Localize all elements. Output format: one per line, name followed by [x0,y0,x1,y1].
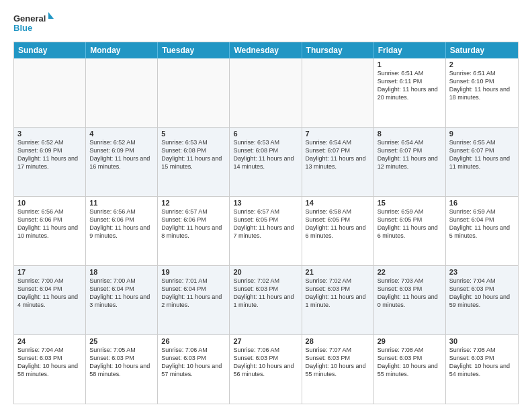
day-number: 24 [17,337,82,345]
day-info: Sunrise: 6:55 AMSunset: 6:07 PMDaylight:… [449,138,515,171]
calendar-cell-empty [86,58,158,127]
day-number: 8 [378,130,442,138]
day-info: Sunrise: 6:59 AMSunset: 6:05 PMDaylight:… [378,208,442,240]
day-info: Sunrise: 6:57 AMSunset: 6:06 PMDaylight:… [161,208,226,240]
day-info: Sunrise: 7:02 AMSunset: 6:03 PMDaylight:… [233,277,298,310]
calendar-cell-day-19: 19Sunrise: 7:01 AMSunset: 6:04 PMDayligh… [158,266,230,334]
calendar-cell-day-11: 11Sunrise: 6:56 AMSunset: 6:06 PMDayligh… [86,197,158,265]
calendar-row-3: 17Sunrise: 7:00 AMSunset: 6:04 PMDayligh… [14,265,518,334]
day-number: 12 [161,199,226,207]
day-number: 9 [449,130,515,138]
day-number: 15 [378,199,442,207]
day-number: 13 [233,199,298,207]
calendar-cell-day-22: 22Sunrise: 7:03 AMSunset: 6:03 PMDayligh… [374,266,446,334]
day-info: Sunrise: 6:57 AMSunset: 6:05 PMDaylight:… [233,208,298,240]
calendar-cell-day-10: 10Sunrise: 6:56 AMSunset: 6:06 PMDayligh… [14,197,86,265]
day-number: 10 [17,199,82,207]
logo-svg: General Blue [13,11,54,35]
calendar-cell-day-29: 29Sunrise: 7:08 AMSunset: 6:03 PMDayligh… [374,335,446,404]
day-number: 25 [89,337,154,345]
calendar-cell-day-30: 30Sunrise: 7:08 AMSunset: 6:03 PMDayligh… [446,335,518,404]
calendar-cell-day-8: 8Sunrise: 6:54 AMSunset: 6:07 PMDaylight… [374,128,446,196]
day-info: Sunrise: 7:07 AMSunset: 6:03 PMDaylight:… [306,346,370,379]
day-number: 1 [378,60,442,68]
day-number: 6 [233,130,298,138]
calendar-cell-day-7: 7Sunrise: 6:54 AMSunset: 6:07 PMDaylight… [302,128,374,196]
calendar-cell-day-15: 15Sunrise: 6:59 AMSunset: 6:05 PMDayligh… [374,197,446,265]
calendar-cell-empty [158,58,230,127]
calendar-body: 1Sunrise: 6:51 AMSunset: 6:11 PMDaylight… [14,58,518,404]
day-info: Sunrise: 7:03 AMSunset: 6:03 PMDaylight:… [378,277,442,310]
day-number: 18 [89,268,154,276]
calendar-cell-day-27: 27Sunrise: 7:06 AMSunset: 6:03 PMDayligh… [230,335,302,404]
calendar: SundayMondayTuesdayWednesdayThursdayFrid… [13,42,519,404]
calendar-cell-day-16: 16Sunrise: 6:59 AMSunset: 6:04 PMDayligh… [446,197,518,265]
calendar-row-0: 1Sunrise: 6:51 AMSunset: 6:11 PMDaylight… [14,58,518,127]
calendar-cell-day-21: 21Sunrise: 7:02 AMSunset: 6:03 PMDayligh… [302,266,374,334]
header-day-tuesday: Tuesday [158,42,230,58]
day-number: 4 [89,130,154,138]
calendar-cell-empty [230,58,302,127]
calendar-row-2: 10Sunrise: 6:56 AMSunset: 6:06 PMDayligh… [14,196,518,265]
calendar-cell-day-26: 26Sunrise: 7:06 AMSunset: 6:03 PMDayligh… [158,335,230,404]
day-number: 2 [449,60,515,68]
day-number: 11 [89,199,154,207]
calendar-cell-day-28: 28Sunrise: 7:07 AMSunset: 6:03 PMDayligh… [302,335,374,404]
day-number: 3 [17,130,82,138]
day-info: Sunrise: 7:00 AMSunset: 6:04 PMDaylight:… [17,277,82,310]
calendar-cell-day-20: 20Sunrise: 7:02 AMSunset: 6:03 PMDayligh… [230,266,302,334]
logo: General Blue [13,11,54,35]
day-number: 28 [306,337,370,345]
day-number: 21 [306,268,370,276]
calendar-cell-day-17: 17Sunrise: 7:00 AMSunset: 6:04 PMDayligh… [14,266,86,334]
header-day-friday: Friday [374,42,446,58]
day-info: Sunrise: 6:51 AMSunset: 6:11 PMDaylight:… [378,69,442,102]
calendar-cell-day-14: 14Sunrise: 6:58 AMSunset: 6:05 PMDayligh… [302,197,374,265]
calendar-cell-day-3: 3Sunrise: 6:52 AMSunset: 6:09 PMDaylight… [14,128,86,196]
day-info: Sunrise: 6:52 AMSunset: 6:09 PMDaylight:… [89,138,154,171]
day-number: 22 [378,268,442,276]
day-info: Sunrise: 7:04 AMSunset: 6:03 PMDaylight:… [449,277,515,310]
day-number: 5 [161,130,226,138]
day-number: 29 [378,337,442,345]
calendar-row-4: 24Sunrise: 7:04 AMSunset: 6:03 PMDayligh… [14,334,518,404]
calendar-cell-day-25: 25Sunrise: 7:05 AMSunset: 6:03 PMDayligh… [86,335,158,404]
day-number: 19 [161,268,226,276]
calendar-cell-day-12: 12Sunrise: 6:57 AMSunset: 6:06 PMDayligh… [158,197,230,265]
day-number: 26 [161,337,226,345]
day-info: Sunrise: 7:01 AMSunset: 6:04 PMDaylight:… [161,277,226,310]
day-info: Sunrise: 7:02 AMSunset: 6:03 PMDaylight:… [306,277,370,310]
calendar-cell-day-1: 1Sunrise: 6:51 AMSunset: 6:11 PMDaylight… [374,58,446,127]
calendar-cell-day-5: 5Sunrise: 6:53 AMSunset: 6:08 PMDaylight… [158,128,230,196]
day-info: Sunrise: 7:06 AMSunset: 6:03 PMDaylight:… [233,346,298,379]
calendar-cell-empty [302,58,374,127]
day-info: Sunrise: 6:53 AMSunset: 6:08 PMDaylight:… [233,138,298,171]
calendar-cell-day-6: 6Sunrise: 6:53 AMSunset: 6:08 PMDaylight… [230,128,302,196]
day-info: Sunrise: 6:54 AMSunset: 6:07 PMDaylight:… [306,138,370,171]
calendar-row-1: 3Sunrise: 6:52 AMSunset: 6:09 PMDaylight… [14,127,518,196]
day-info: Sunrise: 6:56 AMSunset: 6:06 PMDaylight:… [89,208,154,240]
calendar-cell-day-4: 4Sunrise: 6:52 AMSunset: 6:09 PMDaylight… [86,128,158,196]
day-info: Sunrise: 7:00 AMSunset: 6:04 PMDaylight:… [89,277,154,310]
calendar-header: SundayMondayTuesdayWednesdayThursdayFrid… [14,42,518,58]
header-day-wednesday: Wednesday [230,42,302,58]
calendar-cell-day-24: 24Sunrise: 7:04 AMSunset: 6:03 PMDayligh… [14,335,86,404]
header-day-monday: Monday [86,42,158,58]
day-number: 17 [17,268,82,276]
calendar-cell-day-23: 23Sunrise: 7:04 AMSunset: 6:03 PMDayligh… [446,266,518,334]
day-info: Sunrise: 7:04 AMSunset: 6:03 PMDaylight:… [17,346,82,379]
day-number: 16 [449,199,515,207]
calendar-cell-day-18: 18Sunrise: 7:00 AMSunset: 6:04 PMDayligh… [86,266,158,334]
day-number: 30 [449,337,515,345]
day-info: Sunrise: 6:56 AMSunset: 6:06 PMDaylight:… [17,208,82,240]
header-day-sunday: Sunday [14,42,86,58]
svg-marker-2 [48,12,54,19]
day-info: Sunrise: 6:53 AMSunset: 6:08 PMDaylight:… [161,138,226,171]
day-number: 7 [306,130,370,138]
day-info: Sunrise: 7:08 AMSunset: 6:03 PMDaylight:… [378,346,442,379]
day-info: Sunrise: 7:05 AMSunset: 6:03 PMDaylight:… [89,346,154,379]
header-day-thursday: Thursday [302,42,374,58]
calendar-cell-day-13: 13Sunrise: 6:57 AMSunset: 6:05 PMDayligh… [230,197,302,265]
day-info: Sunrise: 6:59 AMSunset: 6:04 PMDaylight:… [449,208,515,240]
day-info: Sunrise: 6:58 AMSunset: 6:05 PMDaylight:… [306,208,370,240]
